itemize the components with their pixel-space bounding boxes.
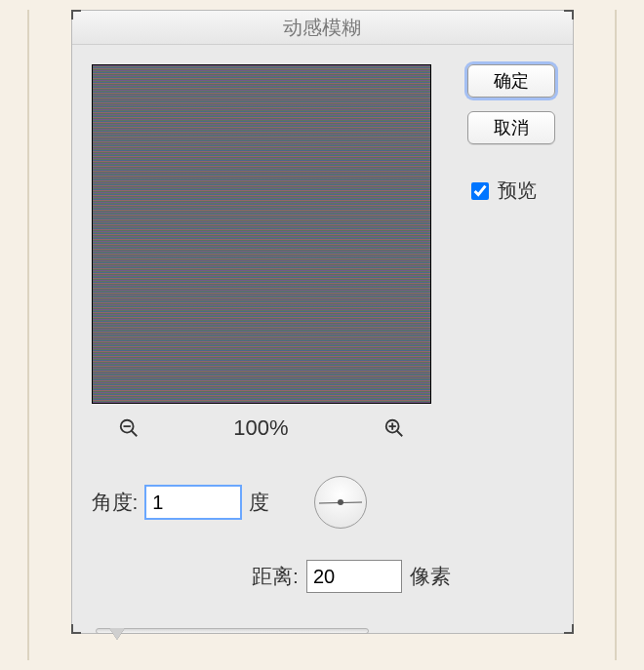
slider-track — [96, 628, 369, 634]
distance-slider[interactable] — [96, 624, 369, 638]
svg-line-1 — [131, 431, 137, 437]
distance-input[interactable] — [306, 560, 402, 593]
slider-thumb[interactable] — [109, 628, 125, 640]
svg-line-4 — [396, 431, 402, 437]
angle-dial[interactable] — [314, 476, 367, 529]
preview-checkbox-input[interactable] — [471, 182, 489, 200]
angle-dial-pivot — [338, 499, 343, 505]
corner-mark — [71, 10, 81, 20]
zoom-in-icon[interactable] — [382, 416, 406, 440]
angle-label: 角度: — [92, 489, 139, 516]
distance-label: 距离: — [252, 563, 299, 590]
cancel-button[interactable]: 取消 — [467, 111, 555, 144]
dialog-title: 动感模糊 — [72, 11, 573, 45]
effect-preview[interactable] — [92, 64, 431, 404]
ok-button[interactable]: 确定 — [467, 64, 555, 98]
angle-unit: 度 — [249, 489, 269, 516]
right-divider — [615, 10, 617, 660]
preview-checkbox[interactable]: 预览 — [467, 177, 555, 204]
left-divider — [27, 10, 29, 660]
zoom-out-icon[interactable] — [117, 416, 141, 440]
preview-noise — [93, 65, 430, 403]
zoom-level-label: 100% — [233, 415, 288, 441]
motion-blur-dialog: 动感模糊 100% — [71, 10, 574, 634]
corner-mark — [564, 10, 574, 20]
distance-unit: 像素 — [410, 563, 451, 590]
angle-input[interactable] — [145, 486, 241, 519]
preview-checkbox-label: 预览 — [498, 177, 537, 204]
